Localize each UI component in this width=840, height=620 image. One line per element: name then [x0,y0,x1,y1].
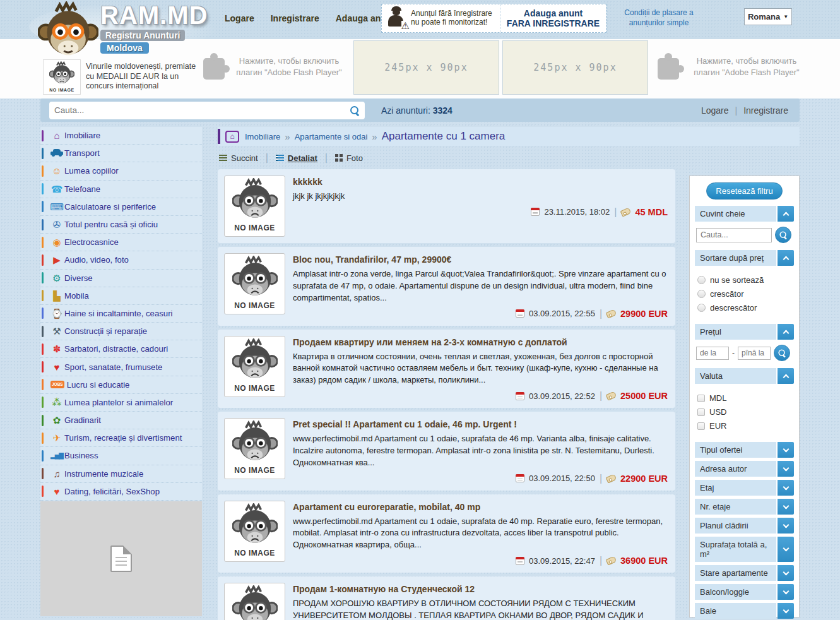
listing-card[interactable]: NO IMAGE Apartament cu euroreparatie, mo… [218,494,675,573]
keyword-input[interactable] [696,228,772,242]
sidebar-item-0[interactable]: ⌂Imobiliare [40,127,202,145]
filter-title: Cuvint cheie [695,206,776,222]
sort-option-asc[interactable]: crescător [697,289,791,299]
expand-button[interactable] [778,565,794,581]
collapse-button[interactable] [778,250,794,266]
price-from-input[interactable] [696,347,729,360]
expand-button[interactable] [778,480,794,496]
sidebar-item-13[interactable]: ♥Sport, sanatate, frumusete [40,358,202,376]
conditions-link[interactable]: Condiții de plasare a anunțurilor simple [618,8,700,28]
sidebar-item-9[interactable]: ▙Mobila [40,287,202,305]
tab-detaliat[interactable]: Detaliat [276,153,317,163]
filter-section-currency: Valuta MDL USD EUR [695,368,794,439]
expand-button[interactable] [778,603,794,619]
currency-option-eur[interactable]: EUR [697,421,791,431]
sidebar-item-17[interactable]: ✈Turism, recreație și divertisment [40,429,202,447]
calendar-icon [516,392,524,400]
listing-card[interactable]: NO IMAGE Bloc nou, Trandafirilor, 47 mp,… [218,247,675,326]
breadcrumb-imobiliare[interactable]: Imobiliare [245,132,280,141]
price-to-input[interactable] [738,347,771,360]
sidebar-item-5[interactable]: ✇Totul pentru casă și oficiu [40,216,202,234]
expand-button[interactable] [778,518,794,534]
logare-link[interactable]: Logare [701,105,729,116]
expand-button[interactable] [778,584,794,600]
sidebar-item-3[interactable]: ☎Telefoane [40,181,202,198]
sort-option-desc[interactable]: descrescător [697,303,791,313]
expand-button[interactable] [778,461,794,477]
listing-card[interactable]: NO IMAGE Pret special !! Apartament cu 1… [218,412,675,491]
listing-thumbnail[interactable]: NO IMAGE [224,176,285,237]
inregistrare-link[interactable]: Inregistrare [743,105,788,116]
tab-foto[interactable]: Foto [335,153,363,163]
sidebar-item-12[interactable]: ✽Sarbatori, distractie, cadouri [40,340,202,358]
sidebar-item-19[interactable]: ♫Instrumente muzicale [40,465,202,483]
chevron-down-icon [783,569,789,575]
listing-card[interactable]: NO IMAGE Продаем квартиру или меняем на … [218,330,675,408]
site-logo[interactable]: RAM.MD Registru Anunturi Moldova [100,1,208,54]
checkbox-icon[interactable] [697,395,705,402]
sidebar-item-1[interactable]: Transport [40,145,202,162]
filter-panel: Resetează filtru Cuvint cheie [689,176,800,617]
sidebar-item-2[interactable]: ☺Lumea copiilor [40,162,202,180]
listing-thumbnail[interactable]: NO IMAGE [224,336,285,397]
listing-card[interactable]: NO IMAGE Продам 1-комнатную на Студенчес… [218,576,675,620]
sidebar-item-20[interactable]: ♥Dating, felicitări, SexShop [40,483,202,501]
keyword-search-button[interactable] [775,227,791,243]
listing-thumbnail[interactable]: NO IMAGE [224,501,285,562]
sidebar-item-10[interactable]: ⌚Haine si incaltaminte, ceasuri [40,305,202,323]
collapse-button[interactable] [778,368,794,384]
sort-option-none[interactable]: nu se sortează [697,275,791,285]
bar-chart-icon: ▂▅▇ [49,453,64,459]
language-selector[interactable]: Romana ▼ [744,8,792,25]
listing-thumbnail[interactable]: NO IMAGE [224,253,285,314]
sidebar-item-14[interactable]: JOBSLucru si educatie [40,376,202,394]
flash-plugin-hint-right[interactable]: Нажмите, чтобы включить плагин "Adobe Fl… [688,56,805,78]
checkbox-icon[interactable] [697,408,705,416]
promo-news-link[interactable]: Vinurile moldovenești, premiate cu MEDAL… [86,62,198,92]
listing-title[interactable]: Продам 1-комнатную на Студенческой 12 [293,584,669,594]
add-without-registration-button[interactable]: Adauga anunt FARA INREGISTRARE [500,4,606,32]
price-search-button[interactable] [774,345,790,361]
flash-plugin-hint-left[interactable]: Нажмите, чтобы включить плагин "Adobe Fl… [233,56,345,78]
listing-title[interactable]: Продаем квартиру или меняем на 2-3-х ком… [293,337,669,347]
listing-title[interactable]: Bloc nou, Trandafirilor, 47 mp, 29900€ [293,254,669,265]
listing-card[interactable]: NO IMAGE kkkkkk jkjk jk jkjkjkjkjk 23.11… [218,169,675,243]
nav-logare[interactable]: Logare [225,13,254,23]
radio-icon[interactable] [697,304,706,312]
sidebar-item-11[interactable]: ⚒Construcții și reparație [40,323,202,340]
listing-thumbnail[interactable]: NO IMAGE [224,583,285,620]
tab-succint[interactable]: Succint [219,153,258,163]
sidebar-item-15[interactable]: ⁂Lumea plantelor si animalelor [40,394,202,412]
listing-thumbnail[interactable]: NO IMAGE [224,418,285,479]
listing-title[interactable]: kkkkkk [293,177,669,187]
radio-icon[interactable] [697,290,706,298]
search-input[interactable] [54,105,350,115]
sidebar-item-6[interactable]: ◉Electrocasnice [40,234,202,251]
search-icon[interactable] [350,105,360,116]
reset-filter-button[interactable]: Resetează filtru [706,182,782,200]
sidebar-item-16[interactable]: ✿Gradinarit [40,412,202,429]
promo-thumbnail[interactable]: NO IMAGE [43,59,81,95]
sidebar-item-18[interactable]: ▂▅▇Business [40,447,202,465]
collapse-button[interactable] [778,324,794,340]
nav-inregistrare[interactable]: Inregistrare [271,13,319,23]
sidebar-item-4[interactable]: ⌨Calculatoare si periferice [40,198,202,216]
breadcrumb-apartamente[interactable]: Apartamente si odai [295,132,368,141]
expand-button[interactable] [778,499,794,515]
plugin-puzzle-icon[interactable] [203,58,225,80]
currency-option-usd[interactable]: USD [697,407,791,417]
listing-title[interactable]: Pret special !! Apartament cu 1 odaie, 4… [293,419,669,429]
sidebar-item-8[interactable]: ⚙Diverse [40,270,202,287]
collapse-button[interactable] [778,206,794,222]
logo-monkey-icon[interactable] [38,1,98,59]
price-tag-icon [606,474,617,483]
currency-option-mdl[interactable]: MDL [697,393,791,403]
sidebar-item-7[interactable]: ▶Audio, video, foto [40,251,202,269]
expand-button[interactable] [778,442,794,458]
warning-add-box: ⚠ Anunțul fără înregistrare nu poate fi … [381,4,606,33]
checkbox-icon[interactable] [697,422,705,430]
listing-title[interactable]: Apartament cu euroreparatie, mobilat, 40… [293,502,669,512]
expand-button[interactable] [778,537,794,562]
plugin-puzzle-icon[interactable] [658,58,679,80]
radio-icon[interactable] [697,276,706,284]
